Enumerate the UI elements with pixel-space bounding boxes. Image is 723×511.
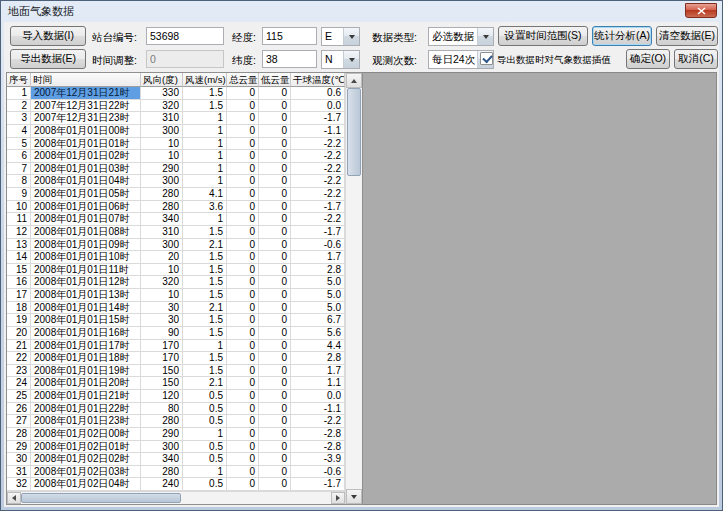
cell-low-cloud[interactable]: 0 <box>259 87 291 100</box>
cell-low-cloud[interactable]: 0 <box>259 201 291 214</box>
table-row[interactable]: 162008年01月01日12时3201.5005.0 <box>7 276 345 289</box>
cell-total-cloud[interactable]: 0 <box>227 377 259 390</box>
cell-total-cloud[interactable]: 0 <box>227 213 259 226</box>
vertical-scrollbar-track[interactable] <box>346 88 362 489</box>
cell-total-cloud[interactable]: 0 <box>227 87 259 100</box>
cell-low-cloud[interactable]: 0 <box>259 163 291 176</box>
cell-dry-bulb-temp[interactable]: -2.2 <box>291 150 345 163</box>
cell-low-cloud[interactable]: 0 <box>259 340 291 353</box>
cell-low-cloud[interactable]: 0 <box>259 453 291 466</box>
cell-total-cloud[interactable]: 0 <box>227 163 259 176</box>
col-header-low-cloud[interactable]: 低云量 <box>259 73 291 87</box>
cell-wind-direction[interactable]: 280 <box>141 466 183 479</box>
cell-wind-speed[interactable]: 1.5 <box>183 289 227 302</box>
cell-dry-bulb-temp[interactable]: -1.1 <box>291 125 345 138</box>
cell-index[interactable]: 14 <box>7 251 31 264</box>
cell-wind-direction[interactable]: 320 <box>141 100 183 113</box>
cell-wind-speed[interactable]: 1 <box>183 213 227 226</box>
cancel-button[interactable]: 取消(C) <box>674 49 718 69</box>
cell-dry-bulb-temp[interactable]: 0.6 <box>291 87 345 100</box>
table-row[interactable]: 232008年01月01日19时1501.5001.7 <box>7 365 345 378</box>
cell-dry-bulb-temp[interactable]: 1.1 <box>291 377 345 390</box>
cell-wind-speed[interactable]: 1 <box>183 466 227 479</box>
cell-index[interactable]: 5 <box>7 138 31 151</box>
table-row[interactable]: 192008年01月01日15时301.5006.7 <box>7 314 345 327</box>
col-header-dry-bulb-temp[interactable]: 干球温度(℃) <box>291 73 345 87</box>
cell-total-cloud[interactable]: 0 <box>227 314 259 327</box>
import-data-button[interactable]: 导入数据(I) <box>10 26 86 46</box>
cell-wind-speed[interactable]: 2.1 <box>183 302 227 315</box>
cell-index[interactable]: 29 <box>7 441 31 454</box>
cell-wind-direction[interactable]: 10 <box>141 150 183 163</box>
cell-time[interactable]: 2008年01月01日08时 <box>31 226 141 239</box>
scroll-right-arrow-icon[interactable] <box>331 492 345 504</box>
cell-wind-direction[interactable]: 240 <box>141 478 183 491</box>
cell-low-cloud[interactable]: 0 <box>259 478 291 491</box>
cell-total-cloud[interactable]: 0 <box>227 289 259 302</box>
cell-dry-bulb-temp[interactable]: -2.2 <box>291 213 345 226</box>
cell-wind-direction[interactable]: 320 <box>141 276 183 289</box>
horizontal-scrollbar[interactable] <box>7 491 345 504</box>
cell-low-cloud[interactable]: 0 <box>259 251 291 264</box>
cell-wind-speed[interactable]: 1 <box>183 150 227 163</box>
table-row[interactable]: 142008年01月01日10时201.5001.7 <box>7 251 345 264</box>
cell-time[interactable]: 2008年01月01日01时 <box>31 138 141 151</box>
table-row[interactable]: 92008年01月01日05时2804.100-2.2 <box>7 188 345 201</box>
cell-time[interactable]: 2007年12月31日23时 <box>31 112 141 125</box>
cell-wind-direction[interactable]: 90 <box>141 327 183 340</box>
scroll-up-arrow-icon[interactable] <box>346 73 362 88</box>
cell-wind-speed[interactable]: 0.5 <box>183 415 227 428</box>
cell-time[interactable]: 2008年01月01日18时 <box>31 352 141 365</box>
cell-wind-speed[interactable]: 1.5 <box>183 100 227 113</box>
table-row[interactable]: 212008年01月01日17时1701004.4 <box>7 340 345 353</box>
cell-low-cloud[interactable]: 0 <box>259 175 291 188</box>
cell-time[interactable]: 2008年01月01日05时 <box>31 188 141 201</box>
table-row[interactable]: 32007年12月31日23时310100-1.7 <box>7 112 345 125</box>
cell-total-cloud[interactable]: 0 <box>227 112 259 125</box>
cell-wind-speed[interactable]: 0.5 <box>183 453 227 466</box>
cell-dry-bulb-temp[interactable]: 5.0 <box>291 302 345 315</box>
cell-wind-direction[interactable]: 300 <box>141 175 183 188</box>
cell-total-cloud[interactable]: 0 <box>227 138 259 151</box>
cell-index[interactable]: 32 <box>7 478 31 491</box>
cell-wind-speed[interactable]: 1.5 <box>183 276 227 289</box>
cell-dry-bulb-temp[interactable]: -2.2 <box>291 138 345 151</box>
cell-index[interactable]: 7 <box>7 163 31 176</box>
table-row[interactable]: 82008年01月01日04时300100-2.2 <box>7 175 345 188</box>
cell-wind-direction[interactable]: 290 <box>141 428 183 441</box>
cell-wind-direction[interactable]: 170 <box>141 352 183 365</box>
cell-wind-speed[interactable]: 1.5 <box>183 251 227 264</box>
cell-index[interactable]: 27 <box>7 415 31 428</box>
station-number-input[interactable] <box>146 27 224 45</box>
cell-dry-bulb-temp[interactable]: 6.7 <box>291 314 345 327</box>
cell-index[interactable]: 15 <box>7 264 31 277</box>
cell-index[interactable]: 19 <box>7 314 31 327</box>
title-bar[interactable]: 地面气象数据 <box>1 1 722 22</box>
col-header-wind-speed[interactable]: 风速(m/s) <box>183 73 227 87</box>
cell-dry-bulb-temp[interactable]: 0.0 <box>291 390 345 403</box>
clear-data-button[interactable]: 清空数据(E) <box>656 26 718 46</box>
cell-low-cloud[interactable]: 0 <box>259 276 291 289</box>
cell-low-cloud[interactable]: 0 <box>259 188 291 201</box>
cell-low-cloud[interactable]: 0 <box>259 403 291 416</box>
ok-button[interactable]: 确定(O) <box>626 49 670 69</box>
cell-dry-bulb-temp[interactable]: -1.7 <box>291 201 345 214</box>
longitude-input[interactable] <box>262 27 317 45</box>
latitude-input[interactable] <box>262 50 317 68</box>
cell-dry-bulb-temp[interactable]: -2.2 <box>291 188 345 201</box>
col-header-wind-direction[interactable]: 风向(度) <box>141 73 183 87</box>
cell-dry-bulb-temp[interactable]: 1.7 <box>291 251 345 264</box>
cell-time[interactable]: 2008年01月01日17时 <box>31 340 141 353</box>
table-row[interactable]: 152008年01月01日11时101.5002.8 <box>7 264 345 277</box>
cell-wind-speed[interactable]: 1 <box>183 125 227 138</box>
cell-total-cloud[interactable]: 0 <box>227 239 259 252</box>
cell-wind-direction[interactable]: 310 <box>141 112 183 125</box>
cell-wind-speed[interactable]: 0.5 <box>183 478 227 491</box>
cell-time[interactable]: 2008年01月01日03时 <box>31 163 141 176</box>
cell-time[interactable]: 2008年01月02日04时 <box>31 478 141 491</box>
cell-total-cloud[interactable]: 0 <box>227 365 259 378</box>
cell-low-cloud[interactable]: 0 <box>259 415 291 428</box>
cell-time[interactable]: 2008年01月02日00时 <box>31 428 141 441</box>
table-row[interactable]: 172008年01月01日13时101.5005.0 <box>7 289 345 302</box>
latitude-hemisphere-select[interactable]: N <box>321 50 360 69</box>
